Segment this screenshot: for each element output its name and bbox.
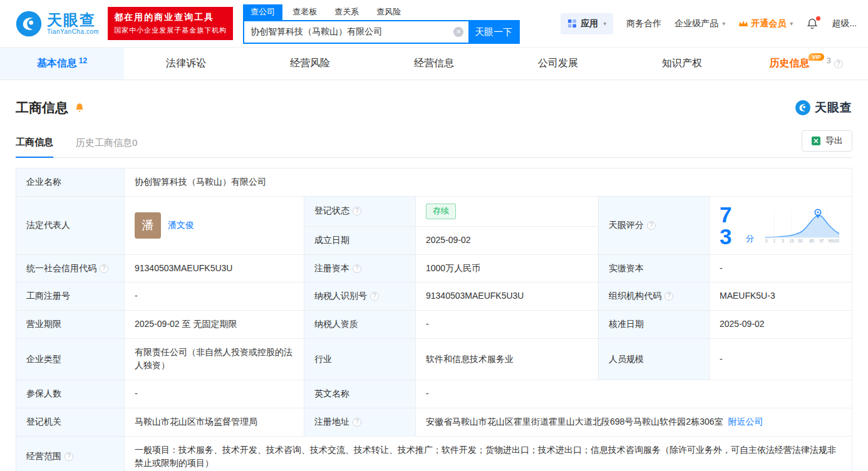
- search-box: ✕ 天眼一下: [243, 20, 520, 44]
- apps-label: 应用: [581, 18, 598, 29]
- nav-user-membership[interactable]: 超级...: [832, 18, 857, 29]
- help-icon[interactable]: ?: [100, 264, 108, 273]
- tab-label: 经营风险: [290, 57, 330, 70]
- help-icon[interactable]: ?: [370, 292, 379, 301]
- tab-label: 公司发展: [538, 57, 578, 70]
- nearby-companies-link[interactable]: 附近公司: [728, 417, 763, 427]
- field-label-taxpayer-id: 纳税人识别号?: [304, 282, 416, 311]
- logo-subtitle: TianYanCha.com: [47, 28, 99, 35]
- field-value-industry: 软件和信息技术服务业: [416, 338, 599, 380]
- tab-legal-litigation[interactable]: 法律诉讼: [124, 48, 248, 80]
- label-text: 注册资本: [314, 263, 349, 273]
- nav-cooperation[interactable]: 商务合作: [626, 18, 661, 29]
- tab-label: 知识产权: [662, 57, 702, 70]
- apps-menu[interactable]: 应用 ▾: [561, 13, 613, 34]
- table-row: 营业期限 2025-09-02 至 无固定期限 纳税人资质 - 核准日期 202…: [16, 311, 852, 339]
- field-value-approval-date: 2025-09-02: [710, 311, 852, 339]
- search-button[interactable]: 天眼一下: [468, 21, 519, 43]
- help-icon[interactable]: ?: [353, 264, 361, 273]
- help-icon[interactable]: ?: [647, 221, 656, 230]
- svg-text:0: 0: [765, 239, 768, 243]
- export-button[interactable]: 导出: [802, 130, 852, 152]
- tianyancha-brand[interactable]: 天眼查: [795, 100, 852, 116]
- section-header: 工商信息 天眼查: [16, 99, 852, 116]
- label-text: 登记状态: [314, 205, 349, 215]
- help-icon[interactable]: ?: [664, 292, 673, 301]
- field-label-reg-status: 登记状态?: [304, 196, 416, 226]
- tab-company-development[interactable]: 公司发展: [496, 48, 620, 80]
- search-tab-company[interactable]: 查公司: [243, 4, 282, 20]
- tab-intellectual-property[interactable]: 知识产权: [620, 48, 744, 80]
- tab-operating-info[interactable]: 经营信息: [372, 48, 496, 80]
- field-label-score: 天眼评分?: [599, 196, 710, 254]
- notification-dot: [816, 16, 820, 21]
- subtab-history-business-info[interactable]: 历史工商信息0: [76, 137, 137, 157]
- field-value-reg-capital: 1000万人民币: [416, 254, 599, 282]
- search-tab-relation[interactable]: 查关系: [327, 4, 366, 20]
- chevron-down-icon: ▾: [790, 20, 793, 27]
- field-value-reg-number: -: [125, 282, 304, 311]
- notifications-button[interactable]: [806, 18, 819, 30]
- status-badge: 存续: [426, 204, 456, 219]
- label-text: 统一社会信用代码: [26, 263, 96, 273]
- field-label-staff-size: 人员规模: [599, 338, 710, 380]
- help-icon[interactable]: ?: [353, 418, 361, 427]
- search-tab-boss[interactable]: 查老板: [285, 4, 324, 20]
- tianyancha-logo-icon: [15, 10, 43, 38]
- tab-operating-risk[interactable]: 经营风险: [248, 48, 372, 80]
- legal-rep-link[interactable]: 潘文俊: [168, 219, 194, 232]
- table-row: 登记机关 马鞍山市花山区市场监督管理局 注册地址? 安徽省马鞍山市花山区霍里街道…: [16, 408, 852, 436]
- svg-text:3: 3: [782, 239, 784, 243]
- field-label-insured-count: 参保人数: [16, 380, 125, 408]
- field-label-taxpayer-quality: 纳税人资质: [304, 311, 416, 339]
- tab-basic-info[interactable]: 基本信息 12: [0, 48, 124, 80]
- field-label-reg-address: 注册地址?: [304, 408, 416, 436]
- field-value-org-code: MAEUFK5U-3: [710, 282, 852, 311]
- field-label-credit-code: 统一社会信用代码?: [16, 254, 125, 282]
- export-label: 导出: [825, 135, 843, 147]
- field-value-legal-rep: 潘 潘文俊: [125, 196, 304, 254]
- company-section-tabs: 基本信息 12 法律诉讼 经营风险 经营信息 公司发展 知识产权 历史信息 VI…: [0, 48, 868, 80]
- tab-label: 历史信息: [769, 57, 809, 70]
- field-value-staff-size: -: [710, 338, 852, 380]
- avatar[interactable]: 潘: [135, 212, 161, 239]
- business-info-table: 企业名称 协创智算科技（马鞍山）有限公司 法定代表人 潘 潘文俊 登记状态? 存…: [16, 168, 852, 471]
- label-text: 纳税人识别号: [314, 291, 367, 301]
- nav-open-vip[interactable]: 开通会员 ▾: [738, 18, 793, 29]
- crown-icon: [738, 20, 748, 28]
- nav-enterprise-products[interactable]: 企业级产品 ▾: [674, 18, 725, 29]
- brand-label: 天眼查: [815, 100, 852, 116]
- clear-icon[interactable]: ✕: [453, 27, 463, 37]
- table-row: 参保人数 - 英文名称 -: [16, 380, 852, 408]
- field-label-paid-capital: 实缴资本: [599, 254, 710, 282]
- field-label-reg-authority: 登记机关: [16, 408, 125, 436]
- tab-count: 3: [827, 56, 831, 65]
- subscribe-bell-icon[interactable]: [74, 102, 85, 113]
- field-label-company-name: 企业名称: [16, 168, 125, 197]
- field-value-establish-date: 2025-09-02: [416, 226, 599, 254]
- svg-text:85: 85: [809, 239, 814, 243]
- field-value-english-name: -: [416, 380, 852, 408]
- logo-title: 天眼查: [47, 12, 99, 28]
- tab-count: 12: [79, 56, 87, 65]
- help-icon[interactable]: ?: [834, 60, 843, 68]
- field-value-credit-code: 91340503MAEUFK5U3U: [125, 254, 304, 282]
- label-text: 经营范围: [26, 451, 61, 461]
- tianyancha-brand-icon: [795, 100, 811, 116]
- apps-grid-icon: [567, 19, 577, 28]
- tianyancha-logo[interactable]: 天眼查 TianYanCha.com: [15, 10, 99, 38]
- help-icon[interactable]: ?: [65, 452, 73, 461]
- field-value-paid-capital: -: [710, 254, 852, 282]
- subtab-business-info[interactable]: 工商信息: [16, 137, 53, 158]
- vip-label: 开通会员: [751, 18, 786, 29]
- search-tab-risk[interactable]: 查风险: [369, 4, 408, 20]
- svg-text:100: 100: [832, 239, 839, 243]
- score-unit: 分: [746, 232, 754, 245]
- promo-banner[interactable]: 都在用的商业查询工具 国家中小企业发展子基金旗下机构: [108, 7, 233, 40]
- field-value-business-term: 2025-09-02 至 无固定期限: [125, 311, 304, 339]
- excel-icon: [811, 136, 821, 146]
- help-icon[interactable]: ?: [353, 207, 361, 215]
- tab-history-info[interactable]: 历史信息 VIP 3 ?: [744, 48, 868, 80]
- search-input[interactable]: [244, 27, 453, 37]
- field-value-reg-status: 存续: [416, 196, 599, 226]
